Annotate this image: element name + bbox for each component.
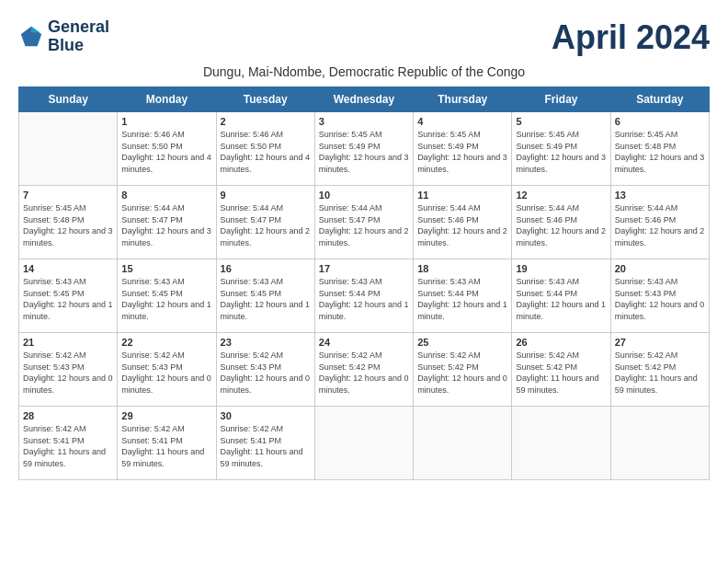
day-info: Sunrise: 5:44 AM Sunset: 5:46 PM Dayligh… bbox=[516, 202, 606, 248]
calendar-week-row: 14 Sunrise: 5:43 AM Sunset: 5:45 PM Dayl… bbox=[19, 259, 710, 333]
calendar-cell: 22 Sunrise: 5:42 AM Sunset: 5:43 PM Dayl… bbox=[118, 333, 216, 407]
calendar-cell: 1 Sunrise: 5:46 AM Sunset: 5:50 PM Dayli… bbox=[118, 112, 216, 186]
day-number: 29 bbox=[121, 410, 211, 421]
calendar-cell: 11 Sunrise: 5:44 AM Sunset: 5:46 PM Dayl… bbox=[414, 186, 512, 259]
day-number: 10 bbox=[319, 190, 409, 201]
day-number: 13 bbox=[615, 190, 705, 201]
day-number: 12 bbox=[516, 190, 606, 201]
day-info: Sunrise: 5:42 AM Sunset: 5:42 PM Dayligh… bbox=[319, 350, 409, 396]
day-info: Sunrise: 5:45 AM Sunset: 5:48 PM Dayligh… bbox=[23, 202, 113, 248]
day-number: 30 bbox=[221, 410, 311, 421]
day-info: Sunrise: 5:42 AM Sunset: 5:42 PM Dayligh… bbox=[417, 350, 507, 396]
day-number: 15 bbox=[121, 263, 211, 274]
day-info: Sunrise: 5:45 AM Sunset: 5:49 PM Dayligh… bbox=[319, 129, 409, 175]
calendar-cell: 3 Sunrise: 5:45 AM Sunset: 5:49 PM Dayli… bbox=[314, 112, 413, 186]
day-info: Sunrise: 5:46 AM Sunset: 5:50 PM Dayligh… bbox=[121, 129, 211, 175]
day-number: 5 bbox=[516, 116, 606, 127]
day-number: 24 bbox=[319, 337, 409, 348]
day-number: 25 bbox=[417, 337, 507, 348]
calendar-week-row: 21 Sunrise: 5:42 AM Sunset: 5:43 PM Dayl… bbox=[19, 333, 710, 407]
day-info: Sunrise: 5:42 AM Sunset: 5:43 PM Dayligh… bbox=[221, 350, 311, 396]
day-info: Sunrise: 5:43 AM Sunset: 5:44 PM Dayligh… bbox=[417, 276, 507, 322]
calendar-cell: 25 Sunrise: 5:42 AM Sunset: 5:42 PM Dayl… bbox=[414, 333, 512, 407]
day-info: Sunrise: 5:43 AM Sunset: 5:45 PM Dayligh… bbox=[23, 276, 113, 322]
logo: General Blue bbox=[18, 18, 109, 55]
calendar-cell: 6 Sunrise: 5:45 AM Sunset: 5:48 PM Dayli… bbox=[610, 112, 709, 186]
day-number: 7 bbox=[23, 190, 113, 201]
day-number: 16 bbox=[221, 263, 311, 274]
weekday-header: Wednesday bbox=[314, 87, 413, 112]
day-number: 11 bbox=[417, 190, 507, 201]
day-number: 4 bbox=[417, 116, 507, 127]
weekday-header: Tuesday bbox=[216, 87, 314, 112]
weekday-header-row: SundayMondayTuesdayWednesdayThursdayFrid… bbox=[19, 87, 710, 112]
calendar-cell: 17 Sunrise: 5:43 AM Sunset: 5:44 PM Dayl… bbox=[314, 259, 413, 333]
calendar-cell: 12 Sunrise: 5:44 AM Sunset: 5:46 PM Dayl… bbox=[512, 186, 610, 259]
day-info: Sunrise: 5:44 AM Sunset: 5:46 PM Dayligh… bbox=[417, 202, 507, 248]
day-number: 22 bbox=[121, 337, 211, 348]
weekday-header: Thursday bbox=[414, 87, 512, 112]
day-number: 14 bbox=[23, 263, 113, 274]
day-info: Sunrise: 5:43 AM Sunset: 5:45 PM Dayligh… bbox=[121, 276, 211, 322]
calendar-cell: 27 Sunrise: 5:42 AM Sunset: 5:42 PM Dayl… bbox=[610, 333, 709, 407]
calendar-cell bbox=[512, 407, 610, 480]
day-number: 19 bbox=[516, 263, 606, 274]
calendar-cell bbox=[314, 407, 413, 480]
day-number: 28 bbox=[23, 410, 113, 421]
calendar-cell: 24 Sunrise: 5:42 AM Sunset: 5:42 PM Dayl… bbox=[314, 333, 413, 407]
calendar-cell: 23 Sunrise: 5:42 AM Sunset: 5:43 PM Dayl… bbox=[216, 333, 314, 407]
svg-marker-1 bbox=[31, 27, 40, 33]
calendar-week-row: 7 Sunrise: 5:45 AM Sunset: 5:48 PM Dayli… bbox=[19, 186, 710, 259]
calendar-cell: 9 Sunrise: 5:44 AM Sunset: 5:47 PM Dayli… bbox=[216, 186, 314, 259]
day-number: 20 bbox=[615, 263, 705, 274]
day-number: 2 bbox=[221, 116, 311, 127]
day-number: 9 bbox=[221, 190, 311, 201]
day-info: Sunrise: 5:42 AM Sunset: 5:43 PM Dayligh… bbox=[121, 350, 211, 396]
day-info: Sunrise: 5:42 AM Sunset: 5:41 PM Dayligh… bbox=[221, 423, 311, 469]
day-info: Sunrise: 5:42 AM Sunset: 5:42 PM Dayligh… bbox=[516, 350, 606, 396]
calendar-cell: 21 Sunrise: 5:42 AM Sunset: 5:43 PM Dayl… bbox=[19, 333, 118, 407]
day-number: 23 bbox=[221, 337, 311, 348]
calendar-cell: 7 Sunrise: 5:45 AM Sunset: 5:48 PM Dayli… bbox=[19, 186, 118, 259]
calendar-cell: 4 Sunrise: 5:45 AM Sunset: 5:49 PM Dayli… bbox=[414, 112, 512, 186]
weekday-header: Friday bbox=[512, 87, 610, 112]
page-header: General Blue April 2024 bbox=[18, 18, 710, 57]
subtitle: Dungu, Mai-Ndombe, Democratic Republic o… bbox=[18, 64, 710, 79]
day-number: 26 bbox=[516, 337, 606, 348]
day-info: Sunrise: 5:44 AM Sunset: 5:47 PM Dayligh… bbox=[221, 202, 311, 248]
calendar-cell bbox=[414, 407, 512, 480]
calendar-cell: 16 Sunrise: 5:43 AM Sunset: 5:45 PM Dayl… bbox=[216, 259, 314, 333]
weekday-header: Saturday bbox=[610, 87, 709, 112]
calendar-cell: 14 Sunrise: 5:43 AM Sunset: 5:45 PM Dayl… bbox=[19, 259, 118, 333]
day-info: Sunrise: 5:44 AM Sunset: 5:47 PM Dayligh… bbox=[319, 202, 409, 248]
day-number: 6 bbox=[615, 116, 705, 127]
day-info: Sunrise: 5:45 AM Sunset: 5:49 PM Dayligh… bbox=[516, 129, 606, 175]
calendar-cell: 20 Sunrise: 5:43 AM Sunset: 5:43 PM Dayl… bbox=[610, 259, 709, 333]
calendar-cell: 10 Sunrise: 5:44 AM Sunset: 5:47 PM Dayl… bbox=[314, 186, 413, 259]
calendar-cell: 28 Sunrise: 5:42 AM Sunset: 5:41 PM Dayl… bbox=[19, 407, 118, 480]
day-info: Sunrise: 5:43 AM Sunset: 5:43 PM Dayligh… bbox=[615, 276, 705, 322]
day-number: 1 bbox=[121, 116, 211, 127]
day-info: Sunrise: 5:43 AM Sunset: 5:45 PM Dayligh… bbox=[221, 276, 311, 322]
day-number: 18 bbox=[417, 263, 507, 274]
day-info: Sunrise: 5:42 AM Sunset: 5:42 PM Dayligh… bbox=[615, 350, 705, 396]
logo-icon bbox=[18, 24, 44, 50]
calendar-cell: 19 Sunrise: 5:43 AM Sunset: 5:44 PM Dayl… bbox=[512, 259, 610, 333]
day-info: Sunrise: 5:44 AM Sunset: 5:47 PM Dayligh… bbox=[121, 202, 211, 248]
calendar-cell bbox=[610, 407, 709, 480]
day-info: Sunrise: 5:45 AM Sunset: 5:48 PM Dayligh… bbox=[615, 129, 705, 175]
day-number: 3 bbox=[319, 116, 409, 127]
day-info: Sunrise: 5:46 AM Sunset: 5:50 PM Dayligh… bbox=[221, 129, 311, 175]
day-info: Sunrise: 5:42 AM Sunset: 5:43 PM Dayligh… bbox=[23, 350, 113, 396]
day-number: 17 bbox=[319, 263, 409, 274]
calendar-cell: 13 Sunrise: 5:44 AM Sunset: 5:46 PM Dayl… bbox=[610, 186, 709, 259]
logo-text: General Blue bbox=[48, 18, 109, 55]
day-number: 27 bbox=[615, 337, 705, 348]
weekday-header: Monday bbox=[118, 87, 216, 112]
calendar-week-row: 28 Sunrise: 5:42 AM Sunset: 5:41 PM Dayl… bbox=[19, 407, 710, 480]
day-info: Sunrise: 5:42 AM Sunset: 5:41 PM Dayligh… bbox=[121, 423, 211, 469]
day-info: Sunrise: 5:42 AM Sunset: 5:41 PM Dayligh… bbox=[23, 423, 113, 469]
day-number: 21 bbox=[23, 337, 113, 348]
day-number: 8 bbox=[121, 190, 211, 201]
calendar-cell bbox=[19, 112, 118, 186]
